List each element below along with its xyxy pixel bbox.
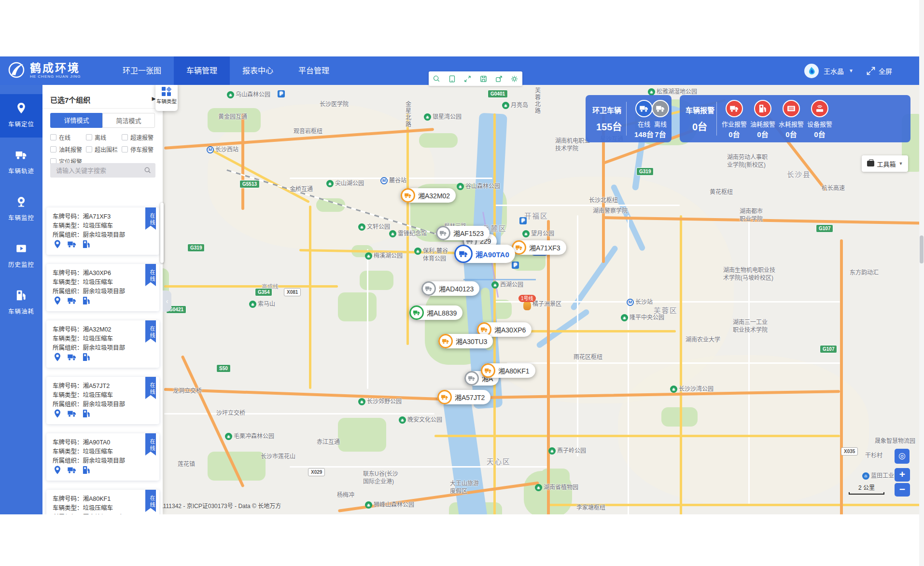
tablet-icon[interactable] [448, 75, 456, 83]
vehicle-marker-湘A30TU3[interactable]: 湘A30TU3 [438, 334, 493, 348]
page-scrollbar[interactable] [919, 0, 924, 566]
logo-icon [7, 60, 26, 80]
user-name[interactable]: 王水晶 [824, 66, 844, 76]
vehicle-list: 车牌号码：湘A71XF3车辆类型：垃圾压缩车所属组织：厨余垃圾项目部在线车牌号码… [42, 85, 163, 514]
vehicle-marker-湘A80KF1[interactable]: 湘A80KF1 [481, 363, 535, 378]
truck-alarm-icon [726, 100, 743, 117]
vehicle-card[interactable]: 车牌号码：湘A30XP6车辆类型：垃圾压缩车所属组织：厨余垃圾项目部在线 [46, 264, 159, 311]
fuel-icon[interactable] [82, 352, 91, 362]
road-shield: S50 [216, 364, 231, 373]
chevron-down-icon[interactable]: ▼ [849, 68, 854, 73]
vehicle-marker-湘A90TA0[interactable]: 湘A90TA0 [454, 245, 515, 263]
sidebar-item-truck[interactable]: 车辆轨迹 [0, 141, 42, 184]
marker-plate: 湘AL8839 [427, 308, 457, 318]
park-icon: ▲ [621, 314, 628, 321]
toolbox-label: 工具箱 [877, 159, 896, 168]
road-shield: G107 [820, 345, 837, 353]
vehicle-card[interactable]: 车牌号码：湘A71XF3车辆类型：垃圾压缩车所属组织：厨余垃圾项目部在线 [46, 207, 159, 255]
nav-item[interactable]: 报表中心 [230, 56, 286, 85]
map-label: 干杉村 [865, 452, 882, 460]
sidebar-item-pin[interactable]: 车辆定位 [0, 94, 42, 138]
vehicle-card[interactable]: 车牌号码：湘A80KF1车辆类型：垃圾压缩车所属组织：厨余垃圾项目部在线 [46, 490, 159, 514]
park-icon: ▲ [648, 88, 655, 96]
map-label: ▲长沙郊野公园 [358, 398, 402, 406]
truck-icon [454, 245, 473, 263]
map-label: ▲毛栗冲森林公园 [225, 433, 274, 441]
parking-icon: P [519, 217, 527, 224]
nav-item[interactable]: 环卫一张图 [110, 56, 174, 85]
vehicle-marker-湘A57JT2[interactable]: 湘A57JT2 [437, 390, 490, 404]
fuel-icon[interactable] [82, 465, 91, 475]
vehicle-marker-湘AD40123[interactable]: 湘AD40123 [421, 281, 479, 296]
share-icon[interactable] [495, 75, 503, 83]
zoom-out-button[interactable]: − [895, 483, 910, 497]
track-icon[interactable] [67, 239, 77, 249]
vehicle-type: 车辆类型：垃圾压缩车 [53, 221, 113, 230]
collapse-panel-handle[interactable]: ‹ [163, 290, 171, 312]
vehicle-card[interactable]: 车牌号码：湘A57JT2车辆类型：垃圾压缩车所属组织：厨余垃圾项目部在线 [46, 377, 159, 424]
marker-plate: 湘AF1523 [453, 228, 484, 238]
fullscreen-button[interactable]: 全屏 [866, 66, 892, 76]
vehicle-type-button[interactable]: 车辆类型 [155, 83, 178, 111]
offline-count: 7台 [646, 129, 674, 139]
vehicle-marker-湘AL8839[interactable]: 湘AL8839 [409, 305, 462, 320]
vehicle-marker-湘A71XF3[interactable]: 湘A71XF3 [512, 240, 566, 255]
locate-button[interactable]: ◎ [895, 449, 910, 464]
map-label: ▲燕子岭公园 [548, 447, 586, 455]
vehicle-org: 所属组织：厨余垃圾项目部 [53, 230, 125, 239]
sidebar-item-fuel[interactable]: 车辆油耗 [0, 281, 42, 325]
offline-truck-icon [652, 100, 669, 117]
locate-icon[interactable] [53, 296, 62, 305]
status-badge: 在线 [145, 377, 156, 399]
fuel-icon[interactable] [82, 296, 91, 305]
sidebar-item-vid[interactable]: 历史监控 [0, 235, 42, 278]
track-icon[interactable] [67, 409, 77, 418]
avatar[interactable] [804, 64, 819, 78]
vehicle-card[interactable]: 车牌号码：湘A90TA0车辆类型：垃圾压缩车所属组织：厨余垃圾项目部在线 [46, 433, 159, 481]
nav-item[interactable]: 车辆管理 [174, 56, 230, 85]
gear-icon[interactable] [510, 75, 518, 83]
nav-item[interactable]: 平台管理 [286, 56, 342, 85]
map-label: 湖南三一工业职业技术学院 [733, 319, 768, 334]
toolbox-button[interactable]: 工具箱 ▼ [862, 155, 908, 172]
map-label: ▲湖南省植物园 [535, 484, 578, 492]
panel-scrollbar[interactable] [160, 203, 164, 263]
save-icon[interactable] [479, 75, 488, 83]
fuel-icon[interactable] [82, 409, 91, 418]
map-label: 长沙北枢纽 [589, 197, 618, 205]
vehicle-card[interactable]: 车牌号码：湘A32M02车辆类型：垃圾压缩车所属组织：厨余垃圾项目部在线 [46, 320, 159, 368]
metro-line-badge: 1号线 [518, 295, 536, 302]
locate-icon[interactable] [53, 239, 62, 249]
expand-map-icon[interactable] [463, 75, 472, 83]
map-label: 东方韵动汇 [850, 269, 879, 277]
marker-plate: 湘A71XF3 [529, 243, 560, 252]
search-area-icon[interactable] [433, 75, 441, 83]
track-icon[interactable] [67, 352, 77, 362]
page-scrollbar-thumb[interactable] [920, 235, 924, 263]
alarm-count: 0台 [692, 119, 707, 133]
sidebar-item-cam[interactable]: 车辆监控 [0, 188, 42, 231]
offline-label: 离线 [646, 119, 674, 128]
locate-icon[interactable] [53, 352, 62, 362]
map-label: 黄花枢纽 [710, 189, 733, 196]
vehicle-marker-湘AF1523[interactable]: 湘AF1523 [436, 226, 490, 240]
alarm-stat: 设备报警0台 [806, 100, 834, 139]
track-icon[interactable] [67, 465, 77, 475]
locate-icon[interactable] [53, 409, 62, 418]
vehicle-marker-湘A32M02[interactable]: 湘A32M02 [401, 188, 456, 203]
locate-icon[interactable] [53, 465, 62, 475]
park-icon: ▲ [358, 223, 365, 231]
park-icon: ▲ [365, 501, 372, 509]
park-icon: ▲ [414, 248, 421, 255]
fuel-icon[interactable] [82, 239, 91, 249]
fullscreen-icon [866, 66, 876, 76]
vehicle-org: 所属组织：厨余垃圾项目部 [53, 343, 125, 352]
zoom-in-button[interactable]: + [895, 468, 910, 482]
map-label: ▲保利·麓谷体育公园 [414, 248, 448, 262]
marker-plate: 湘AD40123 [439, 284, 474, 293]
vehicle-type: 车辆类型：垃圾压缩车 [53, 503, 113, 512]
track-icon[interactable] [67, 296, 77, 305]
map-label: 晟象智慧物流园 [875, 438, 915, 445]
map-label: 芙蓉区 [654, 306, 678, 316]
map-label: 芙蓉北路 [533, 87, 541, 114]
